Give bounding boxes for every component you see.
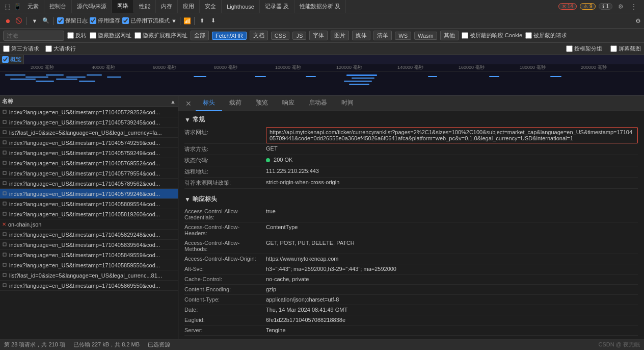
filter-img-btn[interactable]: 图片 (331, 31, 349, 40)
tab-elements[interactable]: 元素 (22, 0, 44, 13)
request-row-13[interactable]: index?language=en_US&timestamp=171040583… (0, 240, 178, 250)
filter-wasm-btn[interactable]: Wasm (414, 32, 437, 40)
large-rows-check[interactable]: 大请求行 (45, 45, 76, 53)
request-row-16[interactable]: list?last_id=0&size=5&language=en_US&leg… (0, 270, 178, 281)
close-detail-button[interactable]: ✕ (181, 99, 196, 108)
hide-data-url-check[interactable]: 隐藏数据网址 (90, 32, 131, 39)
inspect-icon[interactable]: ⬚ (2, 2, 12, 12)
request-icon (2, 272, 7, 279)
tab-recorder[interactable]: 记录器 及 (260, 0, 294, 13)
request-icon (2, 262, 7, 268)
tab-perf-insights[interactable]: 性能数据分析 及 (294, 0, 346, 13)
record-button[interactable]: ⏺ (3, 16, 12, 26)
tab-performance[interactable]: 性能 (134, 0, 156, 13)
request-row-8[interactable]: index?language=en_US&timestamp=171040579… (0, 189, 178, 199)
import-button[interactable]: ⬆ (198, 16, 207, 26)
more-icon[interactable]: ⋮ (629, 2, 639, 12)
third-party-check[interactable]: 第三方请求 (3, 45, 39, 53)
filter-doc-btn[interactable]: 文档 (250, 31, 268, 40)
tab-payload[interactable]: 载荷 (222, 96, 249, 111)
network-settings-icon[interactable]: ⚙ (635, 17, 641, 24)
request-row-0[interactable]: index?language=en_US&timestamp=171040572… (0, 107, 178, 117)
filter-media-btn[interactable]: 媒体 (352, 31, 370, 40)
tab-security[interactable]: 安全 (200, 0, 222, 13)
error-icon: ✕ (562, 4, 566, 9)
request-row-12[interactable]: index?language=en_US&timestamp=171040582… (0, 230, 178, 240)
tab-response[interactable]: 响应 (275, 96, 302, 111)
device-icon[interactable]: 📱 (12, 2, 22, 12)
request-list-header: 名称 ▲ (0, 96, 178, 107)
status-bar: 第 28 项请求，共 210 项 已传输 227 kB，共 8.2 MB 已选资… (0, 339, 644, 350)
online-icon: 📶 (183, 17, 191, 24)
request-row-2[interactable]: list?last_id=0&size=5&language=en_US&leg… (0, 128, 178, 138)
tab-console[interactable]: 控制台 (44, 0, 72, 13)
filter-font-btn[interactable]: 字体 (309, 31, 328, 40)
tab-sources[interactable]: 源代码/来源 (72, 0, 112, 13)
tab-memory[interactable]: 内存 (156, 0, 178, 13)
filter-bar: 反转 隐藏数据网址 隐藏扩展程序网址 全部 Fetch/XHR 文档 CSS J… (0, 29, 644, 43)
clear-button[interactable]: 🚫 (14, 16, 23, 26)
export-button[interactable]: ⬇ (209, 16, 218, 26)
settings-icon[interactable]: ⚙ (615, 2, 626, 12)
throttle-dropdown-icon[interactable]: ▼ (171, 18, 177, 24)
filter-css-btn[interactable]: CSS (271, 32, 290, 40)
request-row-10[interactable]: index?language=en_US&timestamp=171040581… (0, 209, 178, 219)
request-icon (2, 140, 7, 146)
request-row-4[interactable]: index?language=en_US&timestamp=171040575… (0, 148, 178, 158)
filter-js-btn[interactable]: JS (292, 32, 306, 40)
tab-timing[interactable]: 时间 (334, 96, 361, 111)
warning-icon: ⚠ (583, 4, 588, 9)
screenshot-check[interactable]: 屏幕截图 (610, 45, 641, 53)
tab-headers[interactable]: 标头 (196, 96, 222, 111)
disable-cache-check[interactable]: 停用缓存 (90, 17, 120, 24)
preserve-log-check[interactable]: 保留日志 (57, 17, 88, 24)
overview-check[interactable]: 概览 (2, 56, 21, 63)
frame-group-check[interactable]: 按框架分组 (566, 45, 602, 53)
reverse-check[interactable]: 反转 (67, 32, 87, 39)
response-section-header[interactable]: ▼ 响应标头 (184, 195, 638, 204)
request-row-5[interactable]: index?language=en_US&timestamp=171040576… (0, 158, 178, 168)
request-row-3[interactable]: index?language=en_US&timestamp=171040574… (0, 138, 178, 148)
svg-rect-14 (3, 263, 6, 266)
request-row-7[interactable]: index?language=en_US&timestamp=171040578… (0, 179, 178, 189)
filter-fetch-xhr-btn[interactable]: Fetch/XHR (212, 32, 247, 40)
tab-preview[interactable]: 预览 (249, 96, 275, 111)
request-name: index?language=en_US&timestamp=171040574… (9, 140, 176, 146)
general-section-header[interactable]: ▼ 常规 (184, 115, 638, 124)
alt-svc-row: Alt-Svc: h3=":443"; ma=2592000,h3-29=":4… (184, 264, 638, 274)
filter-toggle[interactable]: ▼ (30, 16, 39, 26)
request-row-11[interactable]: ✕on-chain.json (0, 219, 178, 230)
request-name: index?language=en_US&timestamp=171040579… (9, 191, 176, 197)
request-url-value[interactable]: https://api.mytokenapi.com/ticker/curren… (266, 127, 638, 143)
filter-input[interactable] (3, 31, 64, 41)
request-row-17[interactable]: index?language=en_US&timestamp=171040586… (0, 281, 178, 291)
request-name: list?last_id=0&size=5&language=en_US&leg… (9, 272, 176, 279)
filter-ws-btn[interactable]: WS (395, 32, 411, 40)
filter-all-btn[interactable]: 全部 (191, 31, 209, 40)
filter-manifest-btn[interactable]: 清单 (373, 31, 392, 40)
filter-other-btn[interactable]: 其他 (440, 31, 459, 40)
request-row-14[interactable]: index?language=en_US&timestamp=171040584… (0, 250, 178, 260)
tab-network[interactable]: 网络 (112, 0, 134, 13)
sort-icon[interactable]: ▲ (170, 98, 176, 105)
request-row-1[interactable]: index?language=en_US&timestamp=171040573… (0, 117, 178, 128)
request-row-6[interactable]: index?language=en_US&timestamp=171040577… (0, 168, 178, 179)
devtools-tab-bar: ⬚ 📱 元素 控制台 源代码/来源 网络 性能 内存 应用 安全 Lightho… (0, 0, 644, 13)
general-props: 请求网址: https://api.mytokenapi.com/ticker/… (184, 127, 638, 189)
throttle-check[interactable]: 已停用节流模式 ▼ (122, 17, 177, 24)
svg-rect-2 (3, 131, 6, 134)
request-row-9[interactable]: index?language=en_US&timestamp=171040580… (0, 199, 178, 209)
blocked-cookies-check[interactable]: 被屏蔽的响应 Cookie (462, 32, 522, 39)
hide-ext-url-check[interactable]: 隐藏扩展程序网址 (135, 32, 187, 39)
tab-application[interactable]: 应用 (178, 0, 200, 13)
main-area: 名称 ▲ index?language=en_US&timestamp=1710… (0, 96, 644, 339)
content-encoding-row: Content-Encoding: gzip (184, 285, 638, 295)
tab-initiator[interactable]: 启动器 (302, 96, 334, 111)
detail-panel: ✕ 标头 载荷 预览 响应 启动器 时间 ▼ 常规 请求网址: https://… (178, 96, 644, 339)
tab-lighthouse[interactable]: Lighthouse (222, 0, 260, 13)
request-row-15[interactable]: index?language=en_US&timestamp=171040585… (0, 260, 178, 270)
detail-tabs: ✕ 标头 载荷 预览 响应 启动器 时间 (178, 96, 644, 111)
search-button[interactable]: 🔍 (41, 16, 50, 26)
request-rows-container: index?language=en_US&timestamp=171040572… (0, 107, 178, 291)
blocked-requests-check[interactable]: 被屏蔽的请求 (525, 32, 567, 39)
